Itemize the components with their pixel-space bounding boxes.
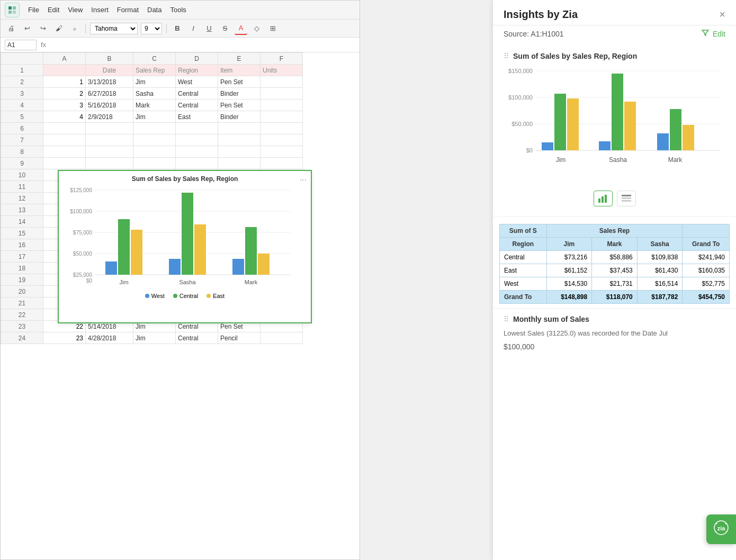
table-row[interactable]: 3 2 6/27/2018 Sasha Central Binder (1, 88, 303, 100)
cell-f[interactable] (261, 100, 303, 111)
cell-d[interactable] (176, 146, 218, 158)
cell-a[interactable] (43, 134, 86, 146)
cell-d[interactable]: Region (176, 65, 218, 76)
cell-a[interactable]: 23 (43, 332, 86, 344)
cell-a[interactable] (43, 158, 86, 169)
cell-e[interactable]: Pen Set (218, 100, 261, 111)
cell-e[interactable]: Item (218, 65, 261, 76)
cell-c[interactable] (133, 146, 176, 158)
cell-e[interactable] (218, 146, 261, 158)
underline-btn[interactable]: U (203, 22, 216, 35)
cell-b[interactable]: 6/27/2018 (86, 88, 133, 100)
cell-e[interactable]: Binder (218, 88, 261, 100)
cell-a[interactable] (43, 123, 86, 134)
cell-b[interactable]: 3/13/2018 (86, 76, 133, 88)
cell-e[interactable]: Pen Set (218, 76, 261, 88)
cell-c[interactable]: Jim (133, 76, 176, 88)
cell-d[interactable] (176, 123, 218, 134)
cell-c[interactable] (133, 123, 176, 134)
cell-f[interactable] (261, 134, 303, 146)
menu-format[interactable]: Format (117, 6, 139, 14)
menu-view[interactable]: View (68, 6, 83, 14)
cell-f[interactable] (261, 76, 303, 88)
cell-c[interactable]: Jim (133, 332, 176, 344)
table-row[interactable]: 2 1 3/13/2018 Jim West Pen Set (1, 76, 303, 88)
cell-b[interactable]: 4/28/2018 (86, 332, 133, 344)
cell-a[interactable]: 2 (43, 88, 86, 100)
menu-file[interactable]: File (28, 6, 39, 14)
menu-edit[interactable]: Edit (48, 6, 59, 14)
close-button[interactable]: × (719, 8, 725, 21)
row-number: 2 (1, 76, 43, 88)
table-row[interactable]: 8 (1, 146, 303, 158)
cell-d[interactable]: Central (176, 88, 218, 100)
cell-b[interactable]: Date (86, 65, 133, 76)
table-row[interactable]: 9 (1, 158, 303, 169)
cell-b[interactable] (86, 123, 133, 134)
font-color-btn[interactable]: A (235, 22, 247, 35)
table-row[interactable]: 5 4 2/9/2018 Jim East Binder (1, 111, 303, 123)
cell-ref-input[interactable] (5, 40, 37, 50)
cell-c[interactable]: Sales Rep (133, 65, 176, 76)
zia-button[interactable]: zia (706, 514, 736, 544)
edit-button[interactable]: Edit (713, 30, 725, 38)
bold-btn[interactable]: B (171, 22, 184, 35)
cell-d[interactable]: Central (176, 100, 218, 111)
cell-a[interactable] (43, 146, 86, 158)
table-chart-type-btn[interactable] (617, 191, 636, 206)
cell-b[interactable]: 2/9/2018 (86, 111, 133, 123)
cell-e[interactable]: Pencil (218, 332, 261, 344)
cell-c[interactable] (133, 158, 176, 169)
table-row[interactable]: 4 3 5/16/2018 Mark Central Pen Set (1, 100, 303, 111)
fill-color-btn[interactable]: ◇ (250, 22, 263, 35)
table-row[interactable]: 1 Date Sales Rep Region Item Units (1, 65, 303, 76)
cell-e[interactable]: Binder (218, 111, 261, 123)
strikethrough-btn[interactable]: S (219, 22, 231, 35)
undo-btn[interactable]: ↩ (21, 22, 33, 35)
chart-options-btn[interactable]: ··· (300, 175, 307, 185)
italic-btn[interactable]: I (187, 22, 200, 35)
cell-e[interactable] (218, 158, 261, 169)
cell-e[interactable] (218, 123, 261, 134)
cell-a[interactable]: 3 (43, 100, 86, 111)
cell-b[interactable] (86, 158, 133, 169)
cell-f[interactable] (261, 158, 303, 169)
cell-e[interactable] (218, 134, 261, 146)
cell-f[interactable]: Units (261, 65, 303, 76)
cell-d[interactable]: East (176, 111, 218, 123)
font-select[interactable]: Tahoma (90, 23, 138, 34)
paint-btn[interactable]: 🖌 (52, 22, 65, 35)
redo-btn[interactable]: ↪ (37, 22, 49, 35)
cell-a[interactable]: 4 (43, 111, 86, 123)
cell-b[interactable] (86, 146, 133, 158)
cell-c[interactable]: Jim (133, 111, 176, 123)
formula-input[interactable] (50, 41, 355, 49)
cell-d[interactable] (176, 158, 218, 169)
cell-d[interactable]: Central (176, 332, 218, 344)
cell-c[interactable] (133, 134, 176, 146)
print-btn[interactable]: 🖨 (5, 22, 17, 35)
bar-chart-type-btn[interactable] (594, 191, 613, 206)
table-row[interactable]: 24 23 4/28/2018 Jim Central Pencil (1, 332, 303, 344)
cell-d[interactable]: West (176, 76, 218, 88)
cell-f[interactable] (261, 111, 303, 123)
cell-c[interactable]: Sasha (133, 88, 176, 100)
menu-tools[interactable]: Tools (170, 6, 186, 14)
cell-a[interactable] (43, 65, 86, 76)
fill-btn[interactable]: ⬦ (68, 22, 81, 35)
cell-c[interactable]: Mark (133, 100, 176, 111)
table-row[interactable]: 6 (1, 123, 303, 134)
cell-b[interactable]: 5/16/2018 (86, 100, 133, 111)
cell-a[interactable]: 1 (43, 76, 86, 88)
menu-insert[interactable]: Insert (91, 6, 109, 14)
cell-f[interactable] (261, 88, 303, 100)
cell-f[interactable] (261, 332, 303, 344)
cell-b[interactable] (86, 134, 133, 146)
cell-d[interactable] (176, 134, 218, 146)
cell-f[interactable] (261, 146, 303, 158)
table-row[interactable]: 7 (1, 134, 303, 146)
borders-btn[interactable]: ⊞ (266, 22, 279, 35)
cell-f[interactable] (261, 123, 303, 134)
menu-data[interactable]: Data (147, 6, 161, 14)
font-size-select[interactable]: 9 (141, 23, 162, 34)
